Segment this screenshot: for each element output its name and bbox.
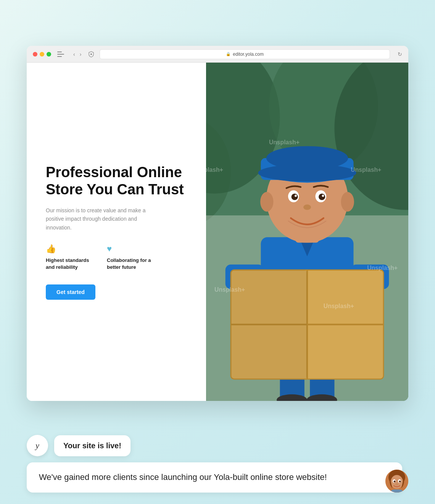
close-button[interactable] — [33, 52, 37, 57]
maximize-button[interactable] — [47, 52, 51, 57]
user-avatar — [385, 470, 408, 493]
browser-chrome: ‹ › 🔒 editor.yola.com ↻ — [27, 46, 408, 63]
svg-text:Unsplash+: Unsplash+ — [367, 265, 398, 271]
address-bar[interactable]: 🔒 editor.yola.com — [100, 49, 390, 59]
svg-point-0 — [90, 53, 92, 55]
chat-section: y Your site is live! We've gained more c… — [27, 435, 408, 493]
traffic-lights — [33, 52, 51, 57]
svg-point-28 — [292, 194, 298, 200]
yola-avatar: y — [27, 435, 48, 456]
feature-item-collaboration: ♥ Collaborating for a better future — [107, 244, 153, 271]
browser-nav-controls: ‹ › — [72, 50, 83, 58]
browser-window: ‹ › 🔒 editor.yola.com ↻ Professional Onl… — [27, 46, 408, 401]
hero-subtitle: Our mission is to create value and make … — [46, 206, 153, 232]
reload-button[interactable]: ↻ — [398, 51, 402, 57]
chat-notification-row: y Your site is live! — [27, 435, 408, 456]
url-text: editor.yola.com — [233, 52, 264, 57]
notification-bubble: Your site is live! — [54, 435, 130, 456]
get-started-button[interactable]: Get started — [46, 284, 95, 300]
svg-point-25 — [258, 164, 356, 182]
yola-avatar-label: y — [35, 441, 39, 451]
svg-text:Unsplash+: Unsplash+ — [324, 303, 354, 309]
svg-text:Unsplash+: Unsplash+ — [214, 286, 245, 293]
svg-point-31 — [322, 195, 324, 197]
notification-text: Your site is live! — [63, 441, 121, 450]
shield-icon — [87, 51, 95, 57]
svg-point-33 — [260, 192, 273, 212]
svg-text:Unsplash+: Unsplash+ — [351, 166, 381, 173]
forward-button[interactable]: › — [78, 50, 83, 58]
hero-panel: Professional Online Store You Can Trust … — [27, 63, 206, 401]
sidebar-toggle-icon[interactable] — [57, 52, 64, 57]
browser-content: Professional Online Store You Can Trust … — [27, 63, 408, 401]
svg-point-30 — [295, 195, 297, 197]
svg-text:Unsplash+: Unsplash+ — [206, 166, 223, 173]
back-button[interactable]: ‹ — [72, 50, 77, 58]
features-row: 👍 Highest standards and reliability ♥ Co… — [46, 244, 187, 271]
svg-text:Unsplash+: Unsplash+ — [269, 139, 300, 145]
lock-icon: 🔒 — [226, 52, 230, 56]
svg-point-48 — [394, 481, 396, 483]
svg-point-29 — [319, 194, 325, 200]
testimonial-text: We've gained more clients since launchin… — [39, 472, 390, 483]
thumbs-up-icon: 👍 — [46, 244, 92, 254]
testimonial-bubble: We've gained more clients since launchin… — [27, 462, 402, 493]
heart-icon: ♥ — [107, 244, 153, 254]
svg-point-32 — [303, 205, 311, 210]
feature-label-collaboration: Collaborating for a better future — [107, 257, 153, 271]
svg-point-50 — [395, 483, 398, 485]
svg-point-49 — [399, 481, 401, 483]
minimize-button[interactable] — [40, 52, 44, 57]
hero-image-panel: Unsplash+ Unsplash+ Unsplash+ Unsplash+ … — [206, 63, 408, 401]
feature-item-standards: 👍 Highest standards and reliability — [46, 244, 92, 271]
hero-title: Professional Online Store You Can Trust — [46, 164, 187, 199]
testimonial-row: We've gained more clients since launchin… — [27, 462, 408, 493]
svg-point-34 — [341, 192, 354, 212]
feature-label-standards: Highest standards and reliability — [46, 257, 92, 271]
